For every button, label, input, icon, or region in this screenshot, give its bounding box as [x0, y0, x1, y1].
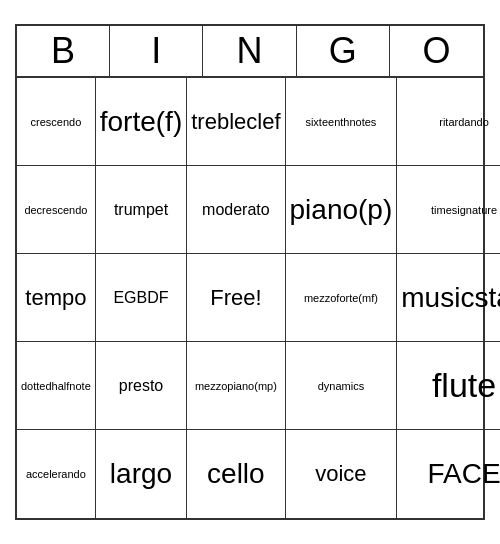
header-letter-i: I [110, 26, 203, 76]
bingo-cell-24: FACE [397, 430, 500, 518]
bingo-cell-22: cello [187, 430, 285, 518]
bingo-cell-0: crescendo [17, 78, 96, 166]
bingo-cell-18: dynamics [286, 342, 398, 430]
bingo-cell-6: trumpet [96, 166, 187, 254]
bingo-cell-19: flute [397, 342, 500, 430]
bingo-cell-12: Free! [187, 254, 285, 342]
bingo-cell-11: EGBDF [96, 254, 187, 342]
bingo-cell-17: mezzopiano(mp) [187, 342, 285, 430]
bingo-cell-5: decrescendo [17, 166, 96, 254]
bingo-grid: crescendoforte(f)trebleclefsixteenthnote… [17, 78, 483, 518]
header-letter-b: B [17, 26, 110, 76]
bingo-cell-14: musicstaff [397, 254, 500, 342]
bingo-cell-1: forte(f) [96, 78, 187, 166]
bingo-cell-7: moderato [187, 166, 285, 254]
bingo-cell-3: sixteenthnotes [286, 78, 398, 166]
bingo-cell-21: largo [96, 430, 187, 518]
bingo-cell-15: dottedhalfnote [17, 342, 96, 430]
bingo-cell-23: voice [286, 430, 398, 518]
bingo-cell-16: presto [96, 342, 187, 430]
bingo-cell-13: mezzoforte(mf) [286, 254, 398, 342]
header-letter-o: O [390, 26, 483, 76]
header-letter-n: N [203, 26, 296, 76]
bingo-card: BINGO crescendoforte(f)trebleclefsixteen… [15, 24, 485, 520]
bingo-header: BINGO [17, 26, 483, 78]
bingo-cell-8: piano(p) [286, 166, 398, 254]
bingo-cell-10: tempo [17, 254, 96, 342]
bingo-cell-4: ritardando [397, 78, 500, 166]
header-letter-g: G [297, 26, 390, 76]
bingo-cell-2: trebleclef [187, 78, 285, 166]
bingo-cell-9: timesignature [397, 166, 500, 254]
bingo-cell-20: accelerando [17, 430, 96, 518]
